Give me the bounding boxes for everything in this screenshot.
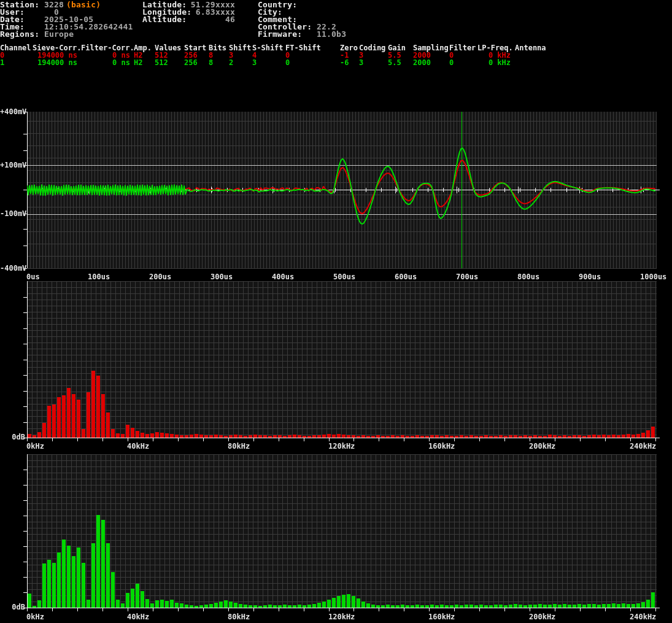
spectrum0-xtick-0kHz: 0kHz xyxy=(26,443,44,450)
channel-1-values: 512 xyxy=(155,59,168,66)
spectrum0-xtick-40kHz: 40kHz xyxy=(127,443,149,450)
col-header-channel: Channel xyxy=(0,44,31,52)
wave-xtick-900us: 900us xyxy=(579,273,601,281)
wave-xtick-200us: 200us xyxy=(149,273,171,281)
channel-1-amp: H2 xyxy=(134,59,142,66)
spectrum1-xtick-200kHz: 200kHz xyxy=(529,613,555,621)
channel-1-lp-freq: 0 kHz xyxy=(477,59,511,66)
spectrum1-xtick-160kHz: 160kHz xyxy=(428,613,455,621)
channel-1-channel: 1 xyxy=(0,59,4,66)
wave-xtick-500us: 500us xyxy=(333,273,355,281)
spectrum0-xtick-80kHz: 80kHz xyxy=(228,443,250,450)
header-label-regions: Regions: xyxy=(0,30,39,38)
channel-1-bits: 8 xyxy=(209,59,213,66)
channel-1-s-shift: 3 xyxy=(252,59,257,66)
wave-xtick-600us: 600us xyxy=(395,273,417,281)
spectrum1-xtick-40kHz: 40kHz xyxy=(127,613,149,621)
channel-1-sieve-corr: 194000 ns xyxy=(33,59,77,66)
channel-1-gain: 5.5 xyxy=(388,59,401,66)
channel-1-start: 256 xyxy=(184,59,198,66)
channel-1-sampling: 2000 xyxy=(413,59,431,66)
wave-ytick-100mv: +100mV xyxy=(0,161,25,169)
channel-1-coding: 3 xyxy=(359,59,363,66)
spectrum0-xtick-120kHz: 120kHz xyxy=(328,443,355,450)
spectrum1-xtick-240kHz: 240kHz xyxy=(630,613,656,621)
spectrum1-xtick-0kHz: 0kHz xyxy=(26,613,44,621)
col-header-ft-shift: FT-Shift xyxy=(285,44,321,52)
header-value-altitude: 46 xyxy=(142,15,235,23)
wave-ytick--400mv: -400mV xyxy=(0,265,25,272)
channel-1-filter-corr: 0 ns xyxy=(81,59,130,66)
header-label-firmware: Firmware: xyxy=(258,30,302,38)
wave-xtick-400us: 400us xyxy=(272,273,294,281)
spectrum0-xtick-160kHz: 160kHz xyxy=(428,443,455,450)
wave-xtick-1000us: 1000us xyxy=(640,273,666,281)
signal-page: Station:3228(basic)User:0Date:2025-10-05… xyxy=(0,0,672,623)
spectrum1-ylabel-0db: 0dB xyxy=(0,603,25,611)
spectrum1-xtick-120kHz: 120kHz xyxy=(328,613,355,621)
wave-ytick-400mv: +400mV xyxy=(0,108,25,115)
wave-xtick-800us: 800us xyxy=(517,273,539,281)
plots-canvas xyxy=(0,0,672,623)
col-header-s-shift: S-Shift xyxy=(252,44,284,52)
channel-1-filter: 0 xyxy=(449,59,454,66)
spectrum0-xtick-200kHz: 200kHz xyxy=(529,443,555,450)
header-value-regions: Europe xyxy=(44,30,74,38)
header-value-firmware: 11.0b3 xyxy=(317,30,346,38)
station-mode-badge: (basic) xyxy=(66,1,101,9)
wave-xtick-700us: 700us xyxy=(456,273,478,281)
spectrum1-xtick-80kHz: 80kHz xyxy=(228,613,250,621)
spectrum0-xtick-240kHz: 240kHz xyxy=(630,443,656,450)
channel-1-zero: -6 xyxy=(340,59,349,66)
wave-ytick--100mv: -100mV xyxy=(0,210,25,217)
channel-1-ft-shift: 0 xyxy=(285,59,290,66)
wave-xtick-300us: 300us xyxy=(210,273,233,281)
col-header-antenna: Antenna xyxy=(515,44,546,52)
wave-xtick-0us: 0us xyxy=(26,273,40,281)
wave-xtick-100us: 100us xyxy=(88,273,110,281)
channel-1-shift: 2 xyxy=(229,59,233,66)
spectrum0-ylabel-0db: 0dB xyxy=(0,433,25,441)
